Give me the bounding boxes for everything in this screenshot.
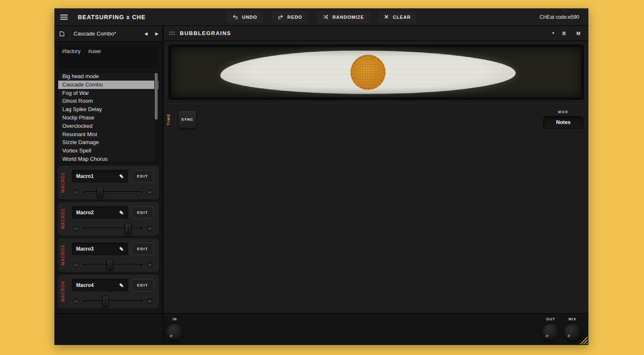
clear-icon: ✕ bbox=[384, 14, 389, 20]
bypass-button[interactable]: B bbox=[559, 31, 569, 36]
macro-slider-thumb[interactable] bbox=[107, 259, 113, 270]
preset-list: Big head modeCascade ComboFog of WarGhos… bbox=[58, 72, 159, 163]
screen-visual-egg bbox=[168, 44, 584, 100]
redo-label: REDO bbox=[287, 15, 302, 20]
module-screen bbox=[164, 41, 588, 104]
preset-item[interactable]: Fog of War bbox=[58, 89, 158, 97]
preset-item[interactable]: Vortex Spell bbox=[58, 147, 158, 155]
scrollbar-thumb[interactable] bbox=[155, 73, 158, 119]
macro-section-label: MACRO1 bbox=[61, 172, 65, 193]
macro-name-field[interactable]: Macro4✎ bbox=[72, 279, 128, 292]
next-preset-button[interactable]: ▶ bbox=[151, 31, 162, 36]
knob-indicator bbox=[163, 321, 187, 345]
mode-dropdown-group: MODNotes bbox=[543, 110, 583, 129]
drag-handle-icon[interactable] bbox=[169, 31, 176, 36]
sun-yolk-shape bbox=[350, 55, 386, 90]
macro-name-text: Macro1 bbox=[76, 173, 94, 179]
mode-dropdown[interactable]: Notes bbox=[543, 116, 583, 129]
module-title: BUBBLEGRAINS bbox=[180, 30, 231, 36]
knob-indicator bbox=[539, 321, 563, 345]
clear-button[interactable]: ✕ CLEAR bbox=[378, 11, 417, 23]
randomize-button[interactable]: RANDOMIZE bbox=[317, 11, 370, 23]
module-dropdown-icon[interactable]: ▼ bbox=[552, 31, 555, 35]
macro-section-label: MACRO3 bbox=[61, 245, 65, 265]
topbar: BEATSURFING x CHE UNDO REDO RANDOMIZE ✕ … bbox=[54, 8, 588, 26]
module-bubblegrains: BUBBLEGRAINS▼BMTIMESYNCMODNotes bbox=[164, 26, 588, 313]
macro-edit-button[interactable]: EDIT bbox=[131, 206, 154, 219]
macro-slider-track[interactable] bbox=[84, 191, 142, 193]
master-in-knob[interactable] bbox=[166, 324, 183, 341]
preset-item[interactable]: World Map Chorus bbox=[58, 155, 158, 163]
macro-panel-1: MACRO1Macro1✎EDITLOHI bbox=[58, 166, 159, 199]
clear-label: CLEAR bbox=[393, 15, 411, 20]
time-section: TIMESYNCMODNotes bbox=[164, 104, 588, 134]
pencil-icon[interactable]: ✎ bbox=[119, 173, 124, 180]
mute-button[interactable]: M bbox=[573, 31, 583, 36]
module-header: BUBBLEGRAINS▼BM bbox=[164, 26, 588, 41]
tag-factory[interactable]: #factory bbox=[62, 48, 80, 54]
lo-label: LO bbox=[72, 188, 80, 196]
randomize-label: RANDOMIZE bbox=[332, 15, 364, 20]
macro-slider-track[interactable] bbox=[84, 264, 142, 266]
undo-button[interactable]: UNDO bbox=[226, 11, 263, 23]
master-out-cell: OUT bbox=[541, 317, 560, 341]
app-title: BEATSURFING x CHE bbox=[78, 14, 146, 20]
master-bottom-bar: IN OUT MIX bbox=[54, 313, 588, 345]
master-in-cell: IN bbox=[165, 317, 184, 341]
pencil-icon[interactable]: ✎ bbox=[119, 246, 124, 252]
preset-item[interactable]: Big head mode bbox=[58, 72, 158, 81]
preset-name[interactable]: Cascade Combo* bbox=[69, 30, 141, 37]
bottombar-divider bbox=[163, 314, 164, 345]
macro-panel-4: MACRO4Macro4✎EDITLOHI bbox=[58, 275, 159, 308]
macro-section-label: MACRO2 bbox=[61, 208, 65, 229]
macro-edit-button[interactable]: EDIT bbox=[131, 279, 154, 292]
preset-item[interactable]: Noclip Phase bbox=[58, 114, 158, 122]
preset-item[interactable]: Overclocked bbox=[58, 122, 158, 130]
egg-white-shape bbox=[220, 51, 516, 94]
macro-slider-track[interactable] bbox=[84, 228, 142, 229]
modules-row: BUBBLEGRAINS▼BMTIMESYNCMODNotes bbox=[164, 26, 588, 313]
preset-item[interactable]: Lag Spike Delay bbox=[58, 105, 158, 114]
macro-slider-thumb[interactable] bbox=[125, 223, 131, 234]
menu-icon[interactable] bbox=[60, 15, 68, 20]
pencil-icon[interactable]: ✎ bbox=[119, 282, 124, 289]
macro-panel-3: MACRO3Macro3✎EDITLOHI bbox=[58, 238, 159, 272]
macro-edit-button[interactable]: EDIT bbox=[131, 170, 154, 183]
tag-user[interactable]: #user bbox=[88, 48, 101, 54]
dropdown-label: MOD bbox=[558, 110, 569, 114]
scrollbar[interactable] bbox=[154, 73, 158, 162]
knob-indicator bbox=[561, 321, 585, 345]
macro-name-field[interactable]: Macro3✎ bbox=[72, 243, 128, 255]
macro-section-label: MACRO4 bbox=[61, 281, 65, 302]
dropdown-value: Notes bbox=[556, 120, 571, 125]
master-out-knob[interactable] bbox=[542, 324, 559, 341]
preset-item[interactable]: Cascade Combo bbox=[58, 81, 158, 89]
macro-slider-track[interactable] bbox=[84, 300, 142, 302]
macro-name-field[interactable]: Macro2✎ bbox=[72, 206, 128, 219]
macro-edit-button[interactable]: EDIT bbox=[131, 243, 154, 255]
preset-item[interactable]: Ghost Room bbox=[58, 97, 158, 105]
pencil-icon[interactable]: ✎ bbox=[119, 210, 124, 216]
hi-label: HI bbox=[146, 188, 154, 196]
macro-name-field[interactable]: Macro1✎ bbox=[72, 170, 128, 183]
preset-item[interactable]: Sizzle Damage bbox=[58, 138, 158, 147]
macro-slider-thumb[interactable] bbox=[97, 187, 103, 198]
preset-item[interactable]: Resonant Mist bbox=[58, 130, 158, 139]
redo-button[interactable]: REDO bbox=[271, 11, 308, 23]
plugin-window: BEATSURFING x CHE UNDO REDO RANDOMIZE ✕ … bbox=[54, 8, 588, 345]
section-label-time: TIME bbox=[166, 113, 171, 125]
hi-label: HI bbox=[146, 297, 154, 305]
macro-name-text: Macro4 bbox=[76, 282, 94, 288]
sync-button[interactable]: SYNC bbox=[178, 110, 197, 129]
undo-label: UNDO bbox=[242, 15, 257, 20]
tag-filter-box: #factory #user bbox=[58, 45, 159, 68]
file-menu-button[interactable] bbox=[54, 26, 69, 41]
prev-preset-button[interactable]: ◀ bbox=[141, 31, 151, 36]
preset-header: Cascade Combo* ◀ ▶ bbox=[54, 26, 162, 42]
topbar-actions: UNDO REDO RANDOMIZE ✕ CLEAR bbox=[226, 11, 417, 23]
macro-name-text: Macro3 bbox=[76, 246, 94, 252]
cheat-code: CHEat code:e590 bbox=[539, 14, 579, 20]
macro-slider-thumb[interactable] bbox=[102, 296, 108, 307]
redo-icon bbox=[277, 14, 284, 20]
master-mix-knob[interactable] bbox=[564, 324, 581, 341]
